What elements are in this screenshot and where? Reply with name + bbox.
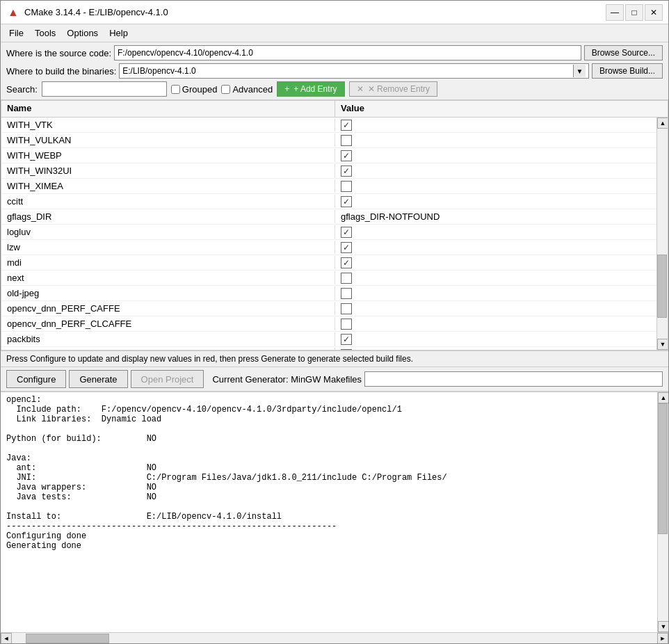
- cell-value[interactable]: [335, 195, 656, 209]
- table-row[interactable]: gflags_DIRgflags_DIR-NOTFOUND: [1, 209, 656, 225]
- cell-value[interactable]: [335, 179, 656, 193]
- cell-value[interactable]: [335, 149, 656, 163]
- maximize-button[interactable]: □: [625, 4, 643, 21]
- table-row[interactable]: thunder: [1, 347, 656, 350]
- scroll-down-arrow[interactable]: ▼: [657, 339, 668, 350]
- horizontal-scroll-thumb[interactable]: [26, 634, 109, 643]
- table-row[interactable]: lzw: [1, 240, 656, 255]
- build-combo[interactable]: E:/LIB/opencv-4.1.0 ▼: [119, 63, 589, 79]
- cell-value[interactable]: [335, 134, 656, 147]
- table-row[interactable]: WITH_VTK: [1, 118, 656, 133]
- bottom-toolbar: Configure Generate Open Project Current …: [1, 367, 668, 392]
- advanced-checkbox[interactable]: [221, 85, 230, 94]
- cell-value[interactable]: [335, 225, 656, 239]
- table-row[interactable]: WITH_VULKAN: [1, 133, 656, 148]
- table-row[interactable]: old-jpeg: [1, 286, 656, 301]
- row-checkbox[interactable]: [341, 334, 352, 345]
- scroll-up-arrow[interactable]: ▲: [657, 118, 668, 129]
- cell-value[interactable]: [335, 118, 656, 132]
- source-input[interactable]: [114, 45, 581, 61]
- cell-name: packbits: [1, 332, 335, 346]
- row-checkbox[interactable]: [341, 288, 352, 299]
- cell-value[interactable]: [335, 332, 656, 346]
- scroll-thumb[interactable]: [657, 255, 667, 318]
- generate-button[interactable]: Generate: [69, 370, 127, 388]
- row-checkbox[interactable]: [341, 257, 352, 268]
- search-input[interactable]: [42, 81, 167, 97]
- output-vertical-scrollbar[interactable]: ▲ ▼: [657, 392, 668, 632]
- close-button[interactable]: ✕: [645, 4, 663, 21]
- cell-value[interactable]: [335, 271, 656, 285]
- output-scroll-down[interactable]: ▼: [658, 621, 668, 632]
- output-scroll-up[interactable]: ▲: [658, 392, 668, 403]
- row-checkbox[interactable]: [341, 319, 352, 330]
- advanced-checkbox-label[interactable]: Advanced: [221, 84, 273, 95]
- row-checkbox[interactable]: [341, 227, 352, 238]
- output-area: opencl: Include path: F:/opencv/opencv-4…: [1, 392, 668, 643]
- table-row[interactable]: mdi: [1, 255, 656, 271]
- table-row[interactable]: logluv: [1, 225, 656, 240]
- table-row[interactable]: WITH_WIN32UI: [1, 163, 656, 179]
- table-row[interactable]: WITH_XIMEA: [1, 179, 656, 194]
- table-row[interactable]: opencv_dnn_PERF_CAFFE: [1, 301, 656, 316]
- cell-name: WITH_XIMEA: [1, 179, 335, 193]
- row-checkbox[interactable]: [341, 242, 352, 253]
- hscroll-left-arrow[interactable]: ◄: [1, 633, 12, 644]
- cell-value[interactable]: [335, 241, 656, 255]
- menu-file[interactable]: File: [3, 26, 29, 40]
- table-body: WITH_VTKWITH_VULKANWITH_WEBPWITH_WIN32UI…: [1, 118, 656, 350]
- grouped-checkbox-label[interactable]: Grouped: [171, 84, 218, 95]
- main-window: ▲ CMake 3.14.4 - E:/LIB/opencv-4.1.0 — □…: [0, 0, 669, 644]
- status-text: Press Configure to update and display ne…: [6, 354, 413, 364]
- row-checkbox[interactable]: [341, 150, 352, 161]
- scroll-track[interactable]: [657, 129, 668, 339]
- menu-options[interactable]: Options: [61, 26, 104, 40]
- row-checkbox[interactable]: [341, 120, 352, 131]
- cell-value[interactable]: [335, 348, 656, 351]
- row-checkbox[interactable]: [341, 181, 352, 192]
- minimize-button[interactable]: —: [606, 4, 624, 21]
- table-row[interactable]: opencv_dnn_PERF_CLCAFFE: [1, 316, 656, 332]
- output-scroll-track[interactable]: [658, 403, 668, 621]
- table-row[interactable]: WITH_WEBP: [1, 148, 656, 163]
- cell-value[interactable]: [335, 164, 656, 178]
- cell-name: gflags_DIR: [1, 210, 335, 223]
- cell-value[interactable]: [335, 256, 656, 270]
- menu-help[interactable]: Help: [104, 26, 134, 40]
- search-row: Search: Grouped Advanced + + Add Entry ✕…: [6, 81, 663, 97]
- cell-value[interactable]: [335, 302, 656, 316]
- row-checkbox[interactable]: [341, 273, 352, 284]
- menu-bar: File Tools Options Help: [1, 24, 668, 42]
- menu-tools[interactable]: Tools: [29, 26, 61, 40]
- cell-name: next: [1, 271, 335, 284]
- current-generator-label: Current Generator: MinGW Makefiles: [212, 374, 362, 385]
- table-header: Name Value: [1, 101, 668, 118]
- row-checkbox[interactable]: [341, 303, 352, 314]
- app-icon: ▲: [6, 6, 20, 19]
- cell-name: thunder: [1, 348, 335, 350]
- cell-value[interactable]: [335, 317, 656, 331]
- output-scroll-thumb[interactable]: [658, 403, 668, 534]
- row-checkbox[interactable]: [341, 196, 352, 207]
- table-row[interactable]: next: [1, 271, 656, 286]
- combo-arrow-icon[interactable]: ▼: [573, 65, 586, 77]
- generator-input[interactable]: [364, 371, 663, 387]
- row-checkbox[interactable]: [341, 349, 352, 351]
- table-row[interactable]: ccitt: [1, 194, 656, 209]
- add-entry-button[interactable]: + + Add Entry: [277, 81, 344, 97]
- browse-build-button[interactable]: Browse Build...: [592, 63, 663, 79]
- hscroll-right-arrow[interactable]: ►: [657, 633, 668, 644]
- vertical-scrollbar[interactable]: ▲ ▼: [656, 118, 668, 350]
- cell-value[interactable]: [335, 287, 656, 300]
- configure-button[interactable]: Configure: [6, 370, 66, 388]
- main-table: Name Value WITH_VTKWITH_VULKANWITH_WEBPW…: [1, 100, 668, 351]
- row-checkbox[interactable]: [341, 135, 352, 146]
- browse-source-button[interactable]: Browse Source...: [584, 45, 663, 61]
- open-project-button[interactable]: Open Project: [131, 370, 204, 388]
- table-wrapper: WITH_VTKWITH_VULKANWITH_WEBPWITH_WIN32UI…: [1, 118, 668, 350]
- table-row[interactable]: packbits: [1, 332, 656, 347]
- grouped-checkbox[interactable]: [171, 85, 180, 94]
- row-checkbox[interactable]: [341, 166, 352, 177]
- remove-entry-button[interactable]: ✕ ✕ Remove Entry: [349, 81, 437, 97]
- cell-name: WITH_WIN32UI: [1, 164, 335, 177]
